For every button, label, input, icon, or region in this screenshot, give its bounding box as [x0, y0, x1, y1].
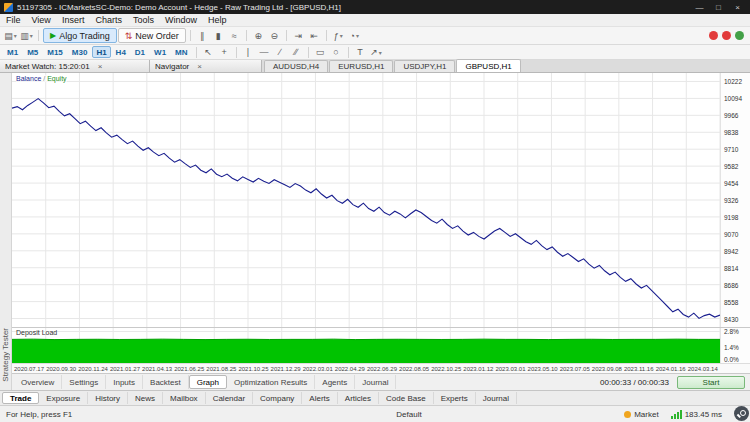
balance-y-tick: 9966: [724, 112, 738, 119]
timeframe-w1[interactable]: W1: [150, 46, 170, 58]
chart-shift-button[interactable]: ⇤: [307, 29, 322, 43]
timeframe-m30[interactable]: M30: [68, 46, 92, 58]
x-axis-date: 2021.12.29: [271, 366, 301, 372]
tester-tab-graph[interactable]: Graph: [189, 375, 227, 389]
toolbox-tab-company[interactable]: Company: [253, 392, 302, 404]
menu-file[interactable]: File: [6, 15, 21, 25]
balance-y-tick: 8814: [724, 264, 738, 271]
toolbox-tab-articles[interactable]: Articles: [338, 392, 379, 404]
tester-tab-inputs[interactable]: Inputs: [106, 375, 143, 389]
toolbox-tab-alerts[interactable]: Alerts: [302, 392, 337, 404]
toolbox-tab-trade[interactable]: Trade: [2, 392, 39, 404]
tester-tab-agents[interactable]: Agents: [315, 375, 355, 389]
tester-tab-settings[interactable]: Settings: [62, 375, 106, 389]
periods-menu-button[interactable]: ◔▾: [347, 29, 362, 43]
toolbox-tab-bar: TradeExposureHistoryNewsMailboxCalendarC…: [0, 390, 750, 405]
new-order-button[interactable]: ⇅ New Order: [118, 28, 186, 43]
horizontal-line-tool-button[interactable]: —: [257, 45, 272, 59]
chart-tab-gbpusd-h1[interactable]: GBPUSD,H1: [456, 59, 520, 72]
timeframe-h4[interactable]: H4: [112, 46, 130, 58]
toolbox-tab-news[interactable]: News: [128, 392, 163, 404]
profile-name[interactable]: Default: [396, 410, 421, 419]
chart-tab-usdjpy-h1[interactable]: USDJPY,H1: [394, 60, 455, 72]
market-watch-close-icon[interactable]: ×: [98, 62, 103, 71]
timeframe-m15[interactable]: M15: [43, 46, 67, 58]
menu-insert[interactable]: Insert: [62, 15, 85, 25]
tester-graph-plot[interactable]: Balance / Equity: [12, 73, 720, 327]
text-tool-icon: T: [357, 47, 363, 57]
tester-tab-backtest[interactable]: Backtest: [143, 375, 189, 389]
toolbox-tab-mailbox[interactable]: Mailbox: [163, 392, 206, 404]
vertical-line-tool-button[interactable]: |: [241, 45, 256, 59]
x-axis-date: 2021.04.13: [142, 366, 172, 372]
arrow-tool-icon: ↗: [370, 47, 378, 57]
zoom-in-button[interactable]: ⊕: [251, 29, 266, 43]
chart-tab-bar: AUDUSD,H4EURUSD,H1USDJPY,H1GBPUSD,H1: [262, 60, 750, 72]
algo-trading-button[interactable]: ▶ Algo Trading: [43, 28, 117, 43]
timeframe-d1[interactable]: D1: [131, 46, 149, 58]
strategy-tester-vertical-tab[interactable]: Strategy Tester: [1, 328, 10, 382]
tester-tab-optimization-results[interactable]: Optimization Results: [227, 375, 315, 389]
toolbox-tab-history[interactable]: History: [88, 392, 128, 404]
start-button[interactable]: Start: [677, 376, 745, 389]
chart-tab-audusd-h4[interactable]: AUDUSD,H4: [264, 60, 328, 72]
timeframe-h1[interactable]: H1: [92, 46, 110, 58]
app-icon: [4, 3, 13, 12]
x-axis-date: 2022.08.05: [399, 366, 429, 372]
toolbox-tab-exposure[interactable]: Exposure: [39, 392, 88, 404]
x-axis-date: 2023.11.16: [624, 366, 654, 372]
timeframe-m5[interactable]: M5: [23, 46, 42, 58]
bar-chart-button[interactable]: ∥: [195, 29, 210, 43]
x-axis-date: 2021.10.25: [238, 366, 268, 372]
timeframe-m1[interactable]: M1: [3, 46, 22, 58]
navigator-close-icon[interactable]: ×: [197, 62, 202, 71]
legend-balance: Balance: [16, 75, 41, 82]
trendline-tool-button[interactable]: ∕: [273, 45, 288, 59]
market-watch-panel-header[interactable]: Market Watch: 15:20:01 ×: [0, 60, 150, 72]
menu-charts[interactable]: Charts: [95, 15, 122, 25]
balance-y-tick: 8942: [724, 247, 738, 254]
menu-tools[interactable]: Tools: [133, 15, 154, 25]
cursor-tool-button[interactable]: ↖: [201, 45, 216, 59]
deposit-load-plot[interactable]: Deposit Load: [12, 328, 720, 363]
minimize-button[interactable]: —: [691, 1, 708, 13]
auto-scroll-button[interactable]: ⇥: [291, 29, 306, 43]
toolbox-tab-experts[interactable]: Experts: [434, 392, 476, 404]
channel-tool-button[interactable]: ∕∕: [289, 45, 304, 59]
balance-graph-section: Balance / Equity 10222100949966983897109…: [12, 73, 750, 327]
indicators-button[interactable]: ƒ▾: [331, 29, 346, 43]
crosshair-tool-button[interactable]: +: [217, 45, 232, 59]
restore-button[interactable]: □: [710, 1, 727, 13]
line-chart-button[interactable]: ≈: [227, 29, 242, 43]
new-chart-button[interactable]: ▤▾: [3, 29, 18, 43]
menu-window[interactable]: Window: [165, 15, 197, 25]
status-bar: For Help, press F1 Default Market 183.45…: [0, 405, 750, 422]
tester-tab-overview[interactable]: Overview: [14, 375, 62, 389]
connection-status[interactable]: 183.45 ms: [671, 410, 722, 419]
close-button[interactable]: ×: [729, 1, 746, 13]
navigator-panel-header[interactable]: Navigator ×: [150, 60, 262, 72]
connection-badge-icon[interactable]: [735, 31, 744, 40]
message-badge-icon[interactable]: [722, 31, 731, 40]
notification-badge-icon[interactable]: [709, 31, 718, 40]
menu-help[interactable]: Help: [208, 15, 227, 25]
rectangle-icon: ▭: [316, 47, 325, 57]
profiles-button[interactable]: ▥▾: [19, 29, 34, 43]
toolbox-tab-journal[interactable]: Journal: [476, 392, 517, 404]
text-tool-button[interactable]: T: [353, 45, 368, 59]
toolbox-tab-calendar[interactable]: Calendar: [206, 392, 253, 404]
candlestick-chart-button[interactable]: ▮: [211, 29, 226, 43]
zoom-out-button[interactable]: ⊖: [267, 29, 282, 43]
arrows-tool-button[interactable]: ↗▾: [369, 45, 384, 59]
menu-view[interactable]: View: [32, 15, 51, 25]
rectangle-tool-button[interactable]: ▭: [313, 45, 328, 59]
x-axis-date: 2023.03.01: [495, 366, 525, 372]
graph-legend: Balance / Equity: [16, 75, 67, 82]
tester-tab-journal[interactable]: Journal: [355, 375, 396, 389]
toolbar-separator: [348, 47, 349, 58]
timeframe-mn[interactable]: MN: [171, 46, 191, 58]
ellipse-tool-button[interactable]: ○: [329, 45, 344, 59]
chart-tab-eurusd-h1[interactable]: EURUSD,H1: [329, 60, 393, 72]
toolbox-tab-code-base[interactable]: Code Base: [379, 392, 434, 404]
ellipse-icon: ○: [333, 47, 338, 57]
